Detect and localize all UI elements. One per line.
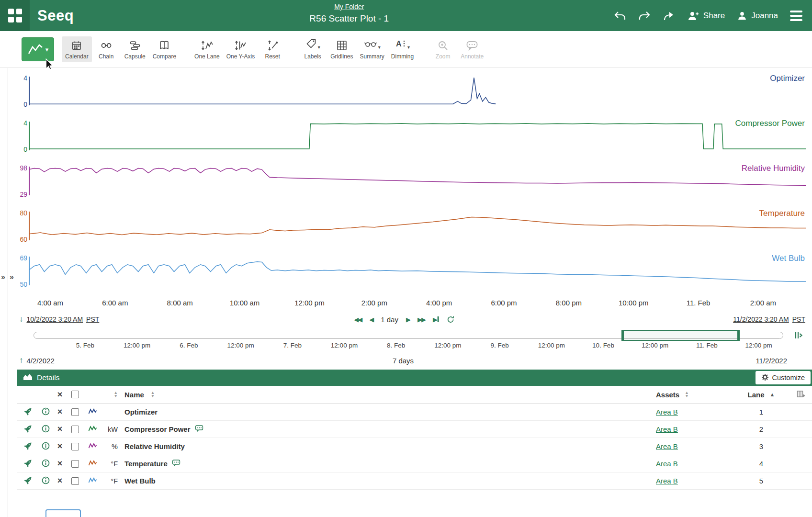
- info-icon[interactable]: [42, 407, 50, 417]
- toolbar-dimming-button[interactable]: A▾ Dimming: [388, 36, 417, 62]
- row-checkbox[interactable]: [71, 477, 79, 485]
- toolbar-summary-button[interactable]: ▾ Summary: [357, 36, 388, 62]
- info-icon[interactable]: [42, 425, 50, 434]
- remove-signal-icon[interactable]: ×: [57, 407, 63, 417]
- info-icon[interactable]: [42, 476, 50, 486]
- step-to-end-button[interactable]: ▶: [433, 316, 439, 323]
- asset-link[interactable]: Area B: [656, 442, 678, 450]
- y-axis-min-label: 29: [16, 191, 27, 198]
- remove-all-icon[interactable]: ×: [53, 389, 67, 400]
- y-axis-min-label: 0: [16, 146, 27, 153]
- y-axis-max-label: 98: [16, 164, 27, 172]
- refresh-button[interactable]: [447, 315, 455, 324]
- down-arrow-icon: ↓: [19, 315, 23, 324]
- row-checkbox[interactable]: [71, 460, 79, 468]
- y-axis-min-label: 50: [16, 281, 27, 288]
- toolbar-one-y-axis-button[interactable]: One Y-Axis: [223, 36, 258, 62]
- assets-column-header: Assets▲▼: [656, 391, 733, 399]
- range-start-link[interactable]: 10/2/2022 3:20 AM: [27, 315, 83, 323]
- toolbar-label: Labels: [304, 53, 321, 60]
- row-checkbox[interactable]: [71, 426, 79, 433]
- toolbar-labels-button[interactable]: ▾ Labels: [298, 36, 327, 62]
- speech-bubble-icon: [466, 39, 478, 51]
- assets-header-label[interactable]: Assets: [656, 391, 679, 399]
- navigate-to-signal-icon[interactable]: [24, 425, 32, 434]
- info-icon[interactable]: [42, 442, 50, 451]
- cell-remove: ×: [53, 441, 67, 451]
- overview-selection-window[interactable]: [621, 330, 739, 341]
- name-header-label[interactable]: Name: [124, 391, 144, 399]
- cell-remove: ×: [53, 459, 67, 469]
- y-axis: [29, 257, 30, 285]
- step-back-much-button[interactable]: ◀◀: [354, 316, 361, 323]
- expand-panel-icon[interactable]: »: [10, 273, 14, 281]
- row-checkbox[interactable]: [71, 443, 79, 450]
- step-forward-button[interactable]: ▶: [406, 316, 410, 323]
- remove-signal-icon[interactable]: ×: [57, 459, 63, 469]
- table-row: ×°FWet BulbArea B5: [17, 472, 812, 490]
- comment-icon[interactable]: [172, 460, 180, 468]
- remove-signal-icon[interactable]: ×: [57, 424, 63, 434]
- asset-link[interactable]: Area B: [656, 460, 678, 468]
- details-table-header: × ▲▼ Name▲▼ Assets▲▼ Lane▲: [17, 386, 812, 404]
- range-end-timezone-link[interactable]: PST: [792, 315, 805, 323]
- grid-square: [16, 17, 22, 22]
- customize-button[interactable]: Customize: [756, 371, 811, 384]
- range-start-timezone-link[interactable]: PST: [86, 315, 99, 323]
- sort-icon[interactable]: ▲▼: [685, 391, 688, 398]
- remove-signal-icon[interactable]: ×: [57, 441, 63, 451]
- trend-icon: [27, 43, 44, 56]
- app-launcher-button[interactable]: [0, 0, 30, 31]
- comment-icon[interactable]: [195, 425, 203, 434]
- signal-name: Temperature: [124, 460, 168, 468]
- asset-link[interactable]: Area B: [656, 477, 678, 485]
- seeq-workbench: Seeq My Folder R56 Scatter Plot - 1 Shar…: [0, 0, 812, 517]
- y-axis: [29, 212, 30, 240]
- toolbar-reset-button[interactable]: Reset: [258, 36, 287, 62]
- sort-icon[interactable]: ▲▼: [114, 391, 118, 398]
- info-icon[interactable]: [42, 459, 50, 469]
- forward-icon[interactable]: [663, 11, 675, 21]
- add-column-icon[interactable]: [797, 390, 805, 399]
- expand-panel-icon[interactable]: »: [1, 273, 5, 281]
- sort-ascending-icon[interactable]: ▲: [770, 392, 775, 397]
- step-forward-much-button[interactable]: ▶▶: [417, 316, 425, 323]
- lane-number: 5: [733, 477, 790, 485]
- toolbar-compare-button[interactable]: Compare: [149, 36, 180, 62]
- remove-signal-icon[interactable]: ×: [57, 476, 63, 486]
- row-checkbox[interactable]: [71, 408, 79, 416]
- select-all-checkbox[interactable]: [71, 391, 79, 398]
- duration-selector[interactable]: 1 day: [381, 315, 398, 324]
- navigate-to-signal-icon[interactable]: [24, 476, 32, 486]
- signal-curve: [29, 254, 806, 299]
- grid-square: [16, 9, 22, 14]
- redo-icon[interactable]: [638, 11, 651, 21]
- navigate-to-signal-icon[interactable]: [24, 442, 32, 451]
- hamburger-menu-icon[interactable]: [790, 11, 802, 21]
- lane-header-label[interactable]: Lane: [748, 391, 765, 399]
- fit-range-icon[interactable]: [794, 331, 802, 341]
- cell-navigate: [17, 459, 38, 469]
- toolbar-one-lane-button[interactable]: One Lane: [191, 36, 223, 62]
- asset-link[interactable]: Area B: [656, 425, 678, 433]
- navigate-to-signal-icon[interactable]: [24, 407, 32, 417]
- cell-assets: Area B: [656, 442, 733, 450]
- toolbar-calendar-button[interactable]: Calendar: [62, 36, 92, 62]
- toolbar-chain-button[interactable]: Chain: [92, 36, 121, 62]
- user-menu[interactable]: Joanna: [737, 11, 778, 21]
- breadcrumb[interactable]: My Folder: [334, 3, 364, 11]
- toolbar-gridlines-button[interactable]: Gridlines: [327, 36, 356, 62]
- share-button[interactable]: Share: [687, 11, 725, 21]
- toolbar-label: Reset: [265, 53, 280, 60]
- toolbar-capsule-button[interactable]: Capsule: [121, 36, 149, 62]
- trend-view-button[interactable]: ▾: [22, 37, 54, 61]
- x-axis-tick: 2:00 pm: [361, 299, 387, 307]
- step-back-button[interactable]: ◀: [369, 316, 373, 323]
- range-end-link[interactable]: 11/2/2022 3:20 AM: [733, 315, 789, 323]
- undo-icon[interactable]: [614, 11, 626, 21]
- asset-link[interactable]: Area B: [656, 408, 678, 416]
- navigate-to-signal-icon[interactable]: [24, 459, 32, 469]
- cell-navigate: [17, 425, 38, 434]
- signal-type-icon: [88, 408, 97, 416]
- sort-icon[interactable]: ▲▼: [151, 391, 155, 398]
